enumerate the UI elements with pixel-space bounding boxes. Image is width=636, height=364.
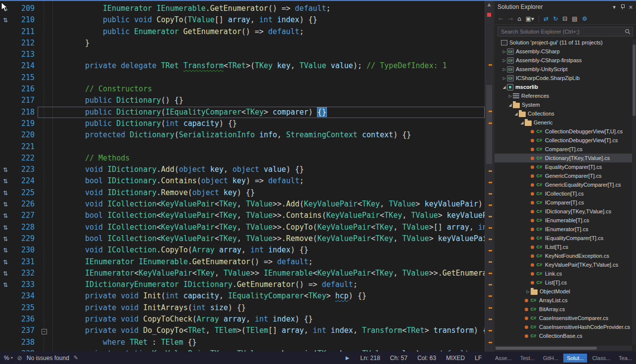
expander-collapsed-icon[interactable]: ▷ bbox=[525, 289, 531, 294]
tree-item[interactable]: C#IEnumerator[T].cs bbox=[495, 225, 636, 234]
code-text[interactable]: where TRet : TElem {} bbox=[38, 337, 485, 348]
code-text[interactable] bbox=[38, 72, 485, 83]
gutter-margin[interactable]: ⇅ bbox=[0, 233, 15, 244]
tree-item[interactable]: C#CaseInsensitiveComparer.cs bbox=[495, 314, 636, 323]
tree-item[interactable]: C#IList[T].cs bbox=[495, 243, 636, 251]
editor-scrollbar-thumb[interactable] bbox=[486, 85, 492, 164]
code-line[interactable]: ⇅224bool IDictionary.Contains(object key… bbox=[0, 175, 485, 187]
code-line[interactable]: 219public Dictionary(int capacity) {} bbox=[0, 118, 485, 129]
panel-vertical-scrollbar-thumb[interactable] bbox=[633, 44, 636, 116]
implements-interface-icon[interactable]: ⇅ bbox=[3, 17, 8, 24]
implements-interface-icon[interactable]: ⇅ bbox=[3, 190, 8, 197]
code-text[interactable]: private void CopyToCheck(Array array, in… bbox=[38, 314, 485, 325]
implements-interface-icon[interactable]: ⇅ bbox=[3, 236, 8, 243]
code-line[interactable]: ⇅239private static KeyValuePair<TKey, TV… bbox=[0, 348, 485, 352]
tree-item[interactable]: C#ArrayList.cs bbox=[495, 296, 636, 305]
tool-window-tab[interactable]: Tea... bbox=[615, 354, 636, 363]
code-text[interactable]: IEnumerator IEnumerable.GetEnumerator() … bbox=[38, 256, 485, 268]
code-text[interactable] bbox=[38, 49, 485, 60]
code-text[interactable]: protected Dictionary(SerializationInfo i… bbox=[38, 129, 485, 141]
expander-collapsed-icon[interactable]: ▷ bbox=[501, 49, 507, 54]
code-line[interactable]: ⇅229bool ICollection<KeyValuePair<TKey, … bbox=[0, 233, 485, 244]
eol-indicator[interactable]: LF bbox=[475, 355, 482, 362]
tree-item[interactable]: C#IEnumerable[T].cs bbox=[495, 216, 636, 225]
code-text[interactable]: bool ICollection<KeyValuePair<TKey, TVal… bbox=[38, 233, 485, 244]
tree-item[interactable]: C#List[T].cs bbox=[495, 278, 636, 287]
panel-horizontal-scrollbar[interactable] bbox=[495, 346, 632, 351]
line-indicator[interactable]: Ln: 218 bbox=[361, 355, 380, 362]
back-icon[interactable]: ← bbox=[499, 15, 503, 22]
issues-status-text[interactable]: No issues found bbox=[27, 355, 69, 362]
panel-horizontal-scrollbar-thumb[interactable] bbox=[496, 347, 597, 350]
code-line[interactable]: ⇅226void ICollection<KeyValuePair<TKey, … bbox=[0, 199, 485, 210]
fold-collapse-icon[interactable]: − bbox=[42, 329, 47, 334]
gutter-margin[interactable]: ⇅ bbox=[0, 164, 15, 175]
gutter-margin[interactable]: ⇅ bbox=[0, 210, 15, 221]
gutter-margin[interactable]: ⇅ bbox=[0, 268, 15, 279]
tree-item[interactable]: ▷C#Assembly-CSharp-firstpass bbox=[495, 56, 636, 65]
gutter-margin[interactable]: ⇅ bbox=[0, 187, 15, 199]
gutter-margin[interactable]: ⇅ bbox=[0, 3, 15, 14]
code-line[interactable]: 218public Dictionary(IEqualityComparer<T… bbox=[0, 107, 485, 118]
tree-item[interactable]: ▷C#ICSharpCode.SharpZipLib bbox=[495, 74, 636, 82]
code-text[interactable]: void ICollection.CopyTo(Array array, int… bbox=[38, 244, 485, 256]
gutter-margin[interactable]: ⇅ bbox=[0, 256, 15, 268]
code-text[interactable]: public Dictionary(int capacity) {} bbox=[38, 118, 485, 129]
implements-interface-icon[interactable]: ⇅ bbox=[3, 270, 8, 277]
code-text[interactable]: // Methods bbox=[38, 153, 485, 164]
gutter-margin[interactable] bbox=[0, 290, 15, 302]
gutter-margin[interactable] bbox=[0, 325, 15, 336]
code-line[interactable]: 213 bbox=[0, 49, 485, 60]
code-text[interactable]: bool ICollection<KeyValuePair<TKey, TVal… bbox=[38, 210, 485, 221]
tree-item[interactable]: ▷C#Assembly-UnityScript bbox=[495, 65, 636, 74]
tree-item[interactable]: C#IComparer[T].cs bbox=[495, 198, 636, 207]
code-text[interactable]: IEnumerator<KeyValuePair<TKey, TValue>> … bbox=[38, 268, 485, 279]
code-line[interactable]: ⇅232IEnumerator<KeyValuePair<TKey, TValu… bbox=[0, 268, 485, 279]
implements-interface-icon[interactable]: ⇅ bbox=[3, 212, 8, 219]
tree-item[interactable]: ◢mscorlib bbox=[495, 82, 636, 91]
gutter-margin[interactable]: ⇅ bbox=[0, 14, 15, 26]
gutter-margin[interactable] bbox=[0, 72, 15, 83]
implements-interface-icon[interactable]: ⇅ bbox=[3, 247, 8, 254]
tree-item[interactable]: C#IDictionary[TKey,TValue].cs bbox=[495, 207, 636, 216]
tree-item[interactable]: C#CollectionBase.cs bbox=[495, 331, 636, 340]
refresh-icon[interactable]: ↻ bbox=[553, 15, 558, 22]
code-line[interactable]: ⇅210public void CopyTo(TValue[] array, i… bbox=[0, 14, 485, 26]
implements-interface-icon[interactable]: ⇅ bbox=[3, 201, 8, 208]
code-line[interactable]: ⇅209IEnumerator IEnumerable.GetEnumerato… bbox=[0, 3, 485, 14]
gutter-margin[interactable] bbox=[0, 49, 15, 60]
tool-window-tab[interactable]: GitH... bbox=[540, 354, 562, 363]
pin-icon[interactable] bbox=[620, 4, 625, 9]
code-line[interactable]: 221 bbox=[0, 141, 485, 153]
code-line[interactable]: 234private void Init(int capacity, IEqua… bbox=[0, 290, 485, 302]
scrollbar-up-icon[interactable]: ▲ bbox=[485, 2, 493, 7]
editor-scrollbar[interactable]: ▲ bbox=[485, 1, 493, 352]
tree-item[interactable]: Solution 'project-gui' (11 of 11 project… bbox=[495, 38, 636, 47]
tree-item[interactable]: C#KeyValuePair[TKey,TValue].cs bbox=[495, 260, 636, 269]
panel-vertical-scrollbar[interactable] bbox=[632, 40, 636, 345]
gutter-margin[interactable] bbox=[0, 314, 15, 325]
code-line[interactable]: ⇅223void IDictionary.Add(object key, obj… bbox=[0, 164, 485, 175]
code-text[interactable]: private void Init(int capacity, IEqualit… bbox=[38, 290, 485, 302]
gutter-margin[interactable] bbox=[0, 153, 15, 164]
code-line[interactable]: 235private void InitArrays(int size) {} bbox=[0, 302, 485, 314]
code-line[interactable]: 237private void Do_CopyTo<TRet, TElem>(T… bbox=[0, 325, 485, 336]
tool-window-tab[interactable]: Asse... bbox=[492, 354, 515, 363]
gutter-margin[interactable]: ⇅ bbox=[0, 348, 15, 352]
code-text[interactable]: public Dictionary() {} bbox=[38, 95, 485, 106]
code-line[interactable]: ⇅233IDictionaryEnumerator IDictionary.Ge… bbox=[0, 279, 485, 290]
implements-interface-icon[interactable]: ⇅ bbox=[3, 166, 8, 173]
gutter-margin[interactable] bbox=[0, 302, 15, 314]
code-line[interactable]: 238where TRet : TElem {} bbox=[0, 337, 485, 348]
encoding-indicator[interactable]: MIXED bbox=[446, 355, 465, 362]
collapse-all-icon[interactable]: ⊟ bbox=[562, 15, 567, 22]
expander-collapsed-icon[interactable]: ▷ bbox=[507, 94, 513, 98]
code-line[interactable]: 211public Enumerator GetEnumerator() => … bbox=[0, 26, 485, 38]
zoom-control[interactable]: % ▾ bbox=[4, 355, 13, 362]
code-line[interactable]: 215 bbox=[0, 72, 485, 83]
code-line[interactable]: 216// Constructors bbox=[0, 83, 485, 95]
tree-item[interactable]: C#ICollection[T].cs bbox=[495, 189, 636, 198]
gutter-margin[interactable] bbox=[0, 118, 15, 129]
implements-interface-icon[interactable]: ⇅ bbox=[3, 259, 8, 266]
implements-interface-icon[interactable]: ⇅ bbox=[3, 282, 8, 288]
